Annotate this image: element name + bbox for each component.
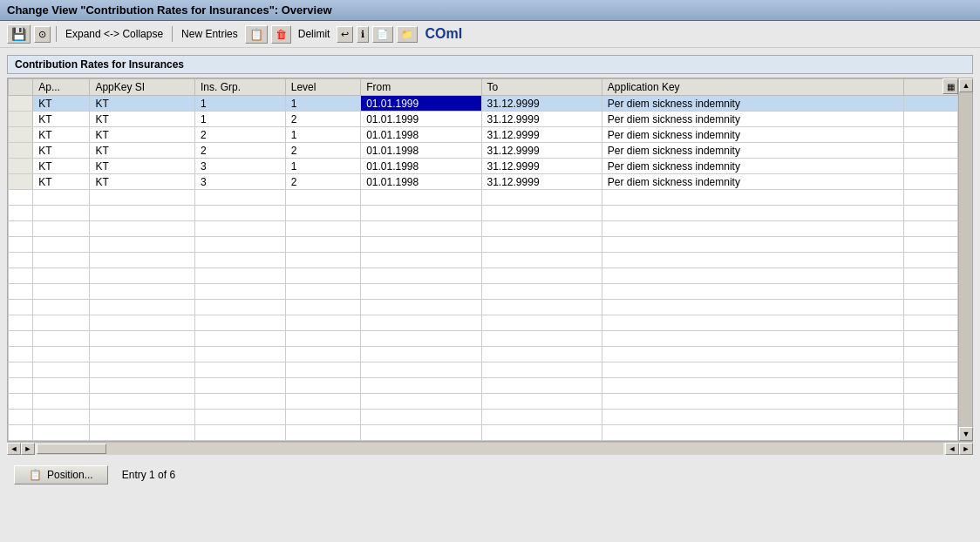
row-selector[interactable] bbox=[9, 143, 33, 159]
row-selector[interactable] bbox=[9, 96, 33, 112]
ap-cell[interactable]: KT bbox=[33, 112, 90, 127]
grid-options-button[interactable]: ▦ bbox=[943, 78, 958, 94]
row-spacer bbox=[903, 143, 957, 159]
undo-button[interactable]: ↩ bbox=[337, 26, 353, 43]
from-cell[interactable]: 01.01.1999 bbox=[361, 112, 481, 127]
ins-grp-cell[interactable]: 2 bbox=[194, 127, 285, 143]
new-entries-button[interactable]: New Entries bbox=[178, 26, 242, 42]
to-cell[interactable]: 31.12.9999 bbox=[481, 96, 602, 112]
row-spacer bbox=[903, 127, 957, 143]
from-cell[interactable]: 01.01.1999 bbox=[361, 96, 481, 112]
ap-cell[interactable]: KT bbox=[33, 174, 90, 190]
to-cell[interactable]: 31.12.9999 bbox=[481, 127, 602, 143]
table-row[interactable]: KTKT3201.01.199831.12.9999Per diem sickn… bbox=[9, 174, 958, 190]
appkey-si-cell[interactable]: KT bbox=[90, 96, 195, 112]
ap-cell[interactable]: KT bbox=[33, 143, 90, 159]
app-key-cell[interactable]: Per diem sickness indemnity bbox=[602, 127, 903, 143]
col-insgrp-header[interactable]: Ins. Grp. bbox=[194, 79, 285, 96]
appkey-si-cell[interactable]: KT bbox=[90, 159, 195, 174]
row-spacer bbox=[903, 174, 957, 190]
row-selector[interactable] bbox=[9, 112, 33, 127]
h-scroll-right-button[interactable]: ► bbox=[959, 443, 973, 455]
scroll-down-button[interactable]: ▼ bbox=[959, 427, 973, 441]
copy-icon: 📋 bbox=[249, 28, 263, 41]
appkey-si-cell[interactable]: KT bbox=[90, 174, 195, 190]
ap-cell[interactable]: KT bbox=[33, 159, 90, 174]
info-button[interactable]: ℹ bbox=[357, 26, 369, 43]
vertical-scrollbar[interactable]: ▲ ▼ bbox=[958, 78, 972, 441]
expand-collapse-button[interactable]: Expand <-> Collapse bbox=[62, 26, 167, 42]
status-bar: 📋 Position... Entry 1 of 6 bbox=[7, 455, 973, 495]
col-ap-header[interactable]: Ap... bbox=[33, 79, 90, 96]
ins-grp-cell[interactable]: 1 bbox=[194, 112, 285, 127]
app-key-cell[interactable]: Per diem sickness indemnity bbox=[602, 96, 903, 112]
delimit-button[interactable]: Delimit bbox=[295, 26, 334, 42]
window-title: Change View "Contribution Rates for Insu… bbox=[7, 3, 332, 17]
h-scroll-thumb[interactable] bbox=[37, 444, 106, 454]
transport-button[interactable]: 📁 bbox=[397, 26, 418, 43]
back-button[interactable]: ⊙ bbox=[34, 26, 51, 43]
scroll-up-button[interactable]: ▲ bbox=[959, 78, 973, 92]
table-panel: ▦ Ap... AppKey SI Ins. Grp. Level From T… bbox=[7, 78, 973, 442]
ap-cell[interactable]: KT bbox=[33, 96, 90, 112]
col-level-header[interactable]: Level bbox=[285, 79, 360, 96]
level-cell[interactable]: 2 bbox=[285, 112, 360, 127]
table-header-row: Ap... AppKey SI Ins. Grp. Level From To … bbox=[9, 79, 958, 96]
to-cell[interactable]: 31.12.9999 bbox=[481, 174, 602, 190]
h-scroll-track bbox=[37, 443, 943, 455]
table-row[interactable]: KTKT1101.01.199931.12.9999Per diem sickn… bbox=[9, 96, 958, 112]
app-key-cell[interactable]: Per diem sickness indemnity bbox=[602, 143, 903, 159]
copy-button[interactable]: 📋 bbox=[245, 25, 268, 44]
ins-grp-cell[interactable]: 2 bbox=[194, 143, 285, 159]
h-nav-prev-button[interactable]: ◄ bbox=[7, 443, 21, 455]
save-button[interactable]: 💾 bbox=[7, 24, 31, 44]
to-cell[interactable]: 31.12.9999 bbox=[481, 143, 602, 159]
table-row[interactable]: KTKT2101.01.199831.12.9999Per diem sickn… bbox=[9, 127, 958, 143]
table-row[interactable]: KTKT1201.01.199931.12.9999Per diem sickn… bbox=[9, 112, 958, 127]
from-cell[interactable]: 01.01.1998 bbox=[361, 174, 481, 190]
ap-cell[interactable]: KT bbox=[33, 127, 90, 143]
level-cell[interactable]: 1 bbox=[285, 96, 360, 112]
table-row[interactable]: KTKT3101.01.199831.12.9999Per diem sickn… bbox=[9, 159, 958, 174]
ins-grp-cell[interactable]: 3 bbox=[194, 174, 285, 190]
position-label: Position... bbox=[47, 469, 93, 481]
col-appkey-header[interactable]: AppKey SI bbox=[90, 79, 195, 96]
row-spacer bbox=[903, 112, 957, 127]
from-cell[interactable]: 01.01.1998 bbox=[361, 143, 481, 159]
appkey-si-cell[interactable]: KT bbox=[90, 127, 195, 143]
app-key-cell[interactable]: Per diem sickness indemnity bbox=[602, 174, 903, 190]
appkey-si-cell[interactable]: KT bbox=[90, 112, 195, 127]
row-selector[interactable] bbox=[9, 159, 33, 174]
table-row[interactable]: KTKT2201.01.199831.12.9999Per diem sickn… bbox=[9, 143, 958, 159]
h-scroll-left-button[interactable]: ◄ bbox=[945, 443, 959, 455]
detail-icon: 📄 bbox=[377, 29, 389, 40]
detail-button[interactable]: 📄 bbox=[372, 26, 393, 43]
row-selector[interactable] bbox=[9, 127, 33, 143]
ins-grp-cell[interactable]: 3 bbox=[194, 159, 285, 174]
title-bar: Change View "Contribution Rates for Insu… bbox=[0, 0, 980, 21]
col-appkey2-header[interactable]: Application Key bbox=[602, 79, 903, 96]
to-cell[interactable]: 31.12.9999 bbox=[481, 159, 602, 174]
scroll-track bbox=[959, 92, 972, 427]
level-cell[interactable]: 1 bbox=[285, 159, 360, 174]
from-cell[interactable]: 01.01.1998 bbox=[361, 127, 481, 143]
delete-button[interactable]: 🗑 bbox=[271, 25, 291, 44]
level-cell[interactable]: 1 bbox=[285, 127, 360, 143]
col-to-header[interactable]: To bbox=[481, 79, 602, 96]
ins-grp-cell[interactable]: 1 bbox=[194, 96, 285, 112]
col-from-header[interactable]: From bbox=[361, 79, 481, 96]
empty-row bbox=[9, 221, 958, 237]
app-key-cell[interactable]: Per diem sickness indemnity bbox=[602, 159, 903, 174]
toolbar: 💾 ⊙ Expand <-> Collapse New Entries 📋 🗑 … bbox=[0, 21, 980, 48]
level-cell[interactable]: 2 bbox=[285, 143, 360, 159]
to-cell[interactable]: 31.12.9999 bbox=[481, 112, 602, 127]
from-cell[interactable]: 01.01.1998 bbox=[361, 159, 481, 174]
app-key-cell[interactable]: Per diem sickness indemnity bbox=[602, 112, 903, 127]
position-button[interactable]: 📋 Position... bbox=[14, 465, 108, 484]
undo-icon: ↩ bbox=[341, 29, 349, 40]
level-cell[interactable]: 2 bbox=[285, 174, 360, 190]
appkey-si-cell[interactable]: KT bbox=[90, 143, 195, 159]
h-nav-next-button[interactable]: ► bbox=[21, 443, 35, 455]
col-selector-header bbox=[9, 79, 33, 96]
row-selector[interactable] bbox=[9, 174, 33, 190]
